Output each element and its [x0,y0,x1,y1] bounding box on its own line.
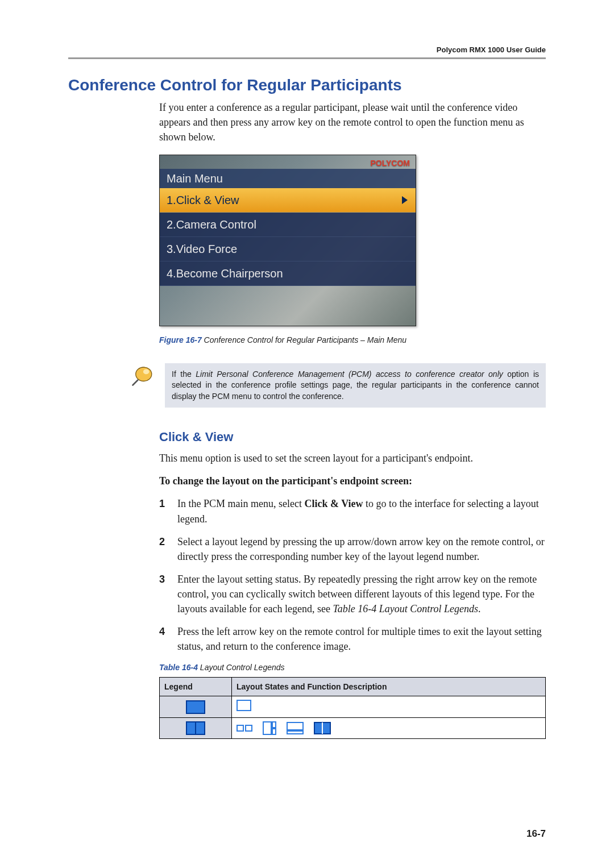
legend-cell [160,718,232,739]
svg-rect-4 [263,722,271,734]
table-caption: Table 16-4 Layout Control Legends [159,662,546,673]
svg-point-0 [136,367,152,381]
shot-menu-title: Main Menu [160,169,416,188]
layout-state-icon [314,722,331,734]
table-header: Legend [160,677,232,696]
svg-rect-7 [287,722,303,730]
step-text: Select a layout legend by pressing the u… [177,534,546,564]
table-row [160,696,546,717]
intro-paragraph: If you enter a conference as a regular p… [159,100,546,144]
shot-menu-item: 1.Click & View [160,188,416,213]
shot-menu-item: 3.Video Force [160,237,416,261]
layout-state-icon [263,721,276,735]
polycom-logo: POLYCOM [371,157,410,169]
step-number: 1 [159,496,177,526]
page-number: 16-7 [526,828,546,840]
table-caption-text: Layout Control Legends [198,663,285,672]
table-header: Layout States and Function Description [232,677,546,696]
states-cell [232,718,546,739]
states-cell [232,696,546,717]
svg-rect-3 [246,725,252,731]
subsection-intro: This menu option is used to set the scre… [159,451,546,466]
note-text: If the [172,369,196,379]
layout-state-icon [287,722,304,734]
svg-rect-2 [237,725,243,731]
svg-rect-8 [287,731,303,734]
note-option-name: Limit Personal Conference Management (PC… [196,369,503,379]
play-arrow-icon [402,196,408,204]
step-number: 2 [159,534,177,564]
svg-point-1 [143,369,150,374]
svg-rect-5 [272,722,276,728]
legend-single-icon [186,700,205,714]
note-box: If the Limit Personal Conference Managem… [165,363,546,408]
list-item: 3 Enter the layout setting status. By re… [159,572,546,616]
shot-menu-item: 4.Become Chairperson [160,261,416,286]
list-item: 4 Press the left arrow key on the remote… [159,624,546,654]
table-row [160,718,546,739]
legend-split-icon [186,721,205,735]
note-row: If the Limit Personal Conference Managem… [68,363,546,408]
figure-caption: Figure 16-7 Conference Control for Regul… [159,334,546,346]
layout-state-icon [237,722,252,734]
list-item: 1 In the PCM main menu, select Click & V… [159,496,546,526]
legend-cell [160,696,232,717]
table-label: Table 16-4 [159,663,198,672]
layout-state-single-icon [237,700,251,711]
shot-item-label: 2.Camera Control [167,213,256,236]
shot-menu-item: 2.Camera Control [160,213,416,237]
shot-item-label: 3.Video Force [167,237,237,261]
step-number: 4 [159,624,177,654]
step-number: 3 [159,572,177,616]
note-pin-icon [131,363,155,387]
step-text: In the PCM main menu, select Click & Vie… [177,496,546,526]
step-text: Press the left arrow key on the remote c… [177,624,546,654]
subsection-title: Click & View [159,428,546,446]
shot-item-label: 4.Become Chairperson [167,261,283,285]
procedure-heading: To change the layout on the participant'… [159,474,546,488]
list-item: 2 Select a layout legend by pressing the… [159,534,546,564]
main-menu-screenshot: POLYCOM Main Menu 1.Click & View 2.Camer… [159,155,416,326]
shot-item-label: 1.Click & View [167,188,239,212]
layout-legends-table: Legend Layout States and Function Descri… [159,677,546,740]
step-text: Enter the layout setting status. By repe… [177,572,546,616]
figure-label: Figure 16-7 [159,335,202,344]
running-head: Polycom RMX 1000 User Guide [68,45,546,54]
figure-text: Conference Control for Regular Participa… [202,335,406,344]
top-rule [68,57,546,59]
page-title: Conference Control for Regular Participa… [68,76,546,94]
svg-rect-6 [272,729,276,734]
